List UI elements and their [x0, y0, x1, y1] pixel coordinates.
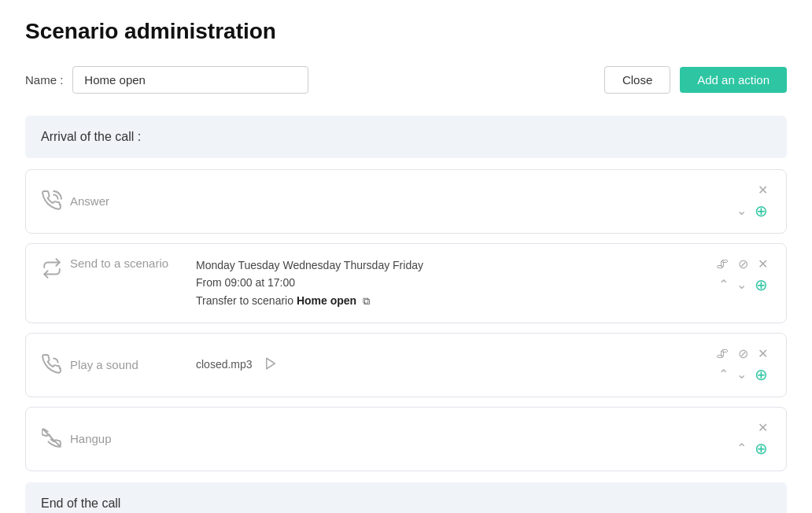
scenario-transfer: Transfer to scenario Home open ⧉ [196, 292, 704, 310]
sound-close-button[interactable]: ✕ [755, 346, 770, 362]
scenario-edit-button[interactable]: 🖇 [714, 256, 731, 272]
scenario-down-button[interactable]: ⌄ [734, 277, 749, 293]
answer-plus-button[interactable]: ⊕ [752, 201, 770, 220]
action-card-hangup: Hangup ✕ ⌃ ⊕ [25, 407, 787, 471]
answer-title: Answer [70, 194, 109, 208]
sound-edit-button[interactable]: 🖇 [714, 346, 731, 362]
hangup-up-button[interactable]: ⌃ [734, 441, 749, 456]
scenario-time: From 09:00 at 17:00 [196, 274, 704, 291]
action-card-play-sound: Play a sound closed.mp3 🖇 ⊘ ✕ ⌃ ⌄ ⊕ [25, 333, 787, 397]
sound-cancel-button[interactable]: ⊘ [736, 346, 751, 362]
page-title: Scenario administration [25, 19, 787, 44]
answer-controls: ✕ ⌄ ⊕ [734, 183, 770, 220]
hangup-controls: ✕ ⌃ ⊕ [734, 420, 770, 458]
hangup-title: Hangup [70, 432, 112, 445]
scenario-days: Monday Tuesday Wednesday Thursday Friday [196, 256, 704, 274]
action-card-answer: Answer ✕ ⌄ ⊕ [25, 169, 787, 234]
name-label: Name : [25, 73, 63, 87]
phone-sound-icon [42, 354, 70, 378]
sound-plus-button[interactable]: ⊕ [752, 365, 770, 384]
arrival-section-header: Arrival of the call : [25, 116, 787, 158]
transfer-icon [42, 258, 70, 282]
name-group: Name : [25, 66, 308, 94]
header-row: Name : Close Add an action [25, 66, 787, 94]
end-of-call-section: End of the call [25, 482, 787, 513]
play-audio-button[interactable] [264, 356, 278, 374]
scenario-close-button[interactable]: ✕ [755, 256, 770, 272]
svg-marker-0 [266, 358, 275, 369]
play-sound-details: closed.mp3 [196, 356, 704, 373]
name-input[interactable] [72, 66, 308, 94]
hangup-plus-button[interactable]: ⊕ [752, 439, 770, 458]
audio-filename: closed.mp3 [196, 356, 253, 373]
close-button[interactable]: Close [604, 66, 670, 94]
send-to-scenario-title: Send to a scenario [70, 256, 168, 270]
hangup-icon [42, 428, 70, 452]
scenario-cancel-button[interactable]: ⊘ [736, 256, 751, 272]
action-card-send-to-scenario: Send to a scenario Monday Tuesday Wednes… [25, 243, 787, 323]
play-sound-title: Play a sound [70, 358, 138, 371]
sound-up-button[interactable]: ⌃ [716, 367, 731, 382]
scenario-up-button[interactable]: ⌃ [716, 277, 731, 293]
phone-icon [42, 190, 70, 214]
play-sound-controls: 🖇 ⊘ ✕ ⌃ ⌄ ⊕ [714, 346, 770, 384]
sound-down-button[interactable]: ⌄ [734, 367, 749, 382]
send-to-scenario-details: Monday Tuesday Wednesday Thursday Friday… [196, 256, 704, 310]
answer-chevron-down-button[interactable]: ⌄ [734, 203, 749, 219]
hangup-close-button[interactable]: ✕ [755, 420, 770, 436]
header-button-group: Close Add an action [604, 66, 787, 94]
external-link-icon: ⧉ [363, 293, 370, 310]
answer-close-button[interactable]: ✕ [755, 183, 770, 198]
add-action-button[interactable]: Add an action [680, 67, 787, 93]
scenario-plus-button[interactable]: ⊕ [752, 275, 770, 294]
send-to-scenario-controls: 🖇 ⊘ ✕ ⌃ ⌄ ⊕ [714, 256, 770, 294]
